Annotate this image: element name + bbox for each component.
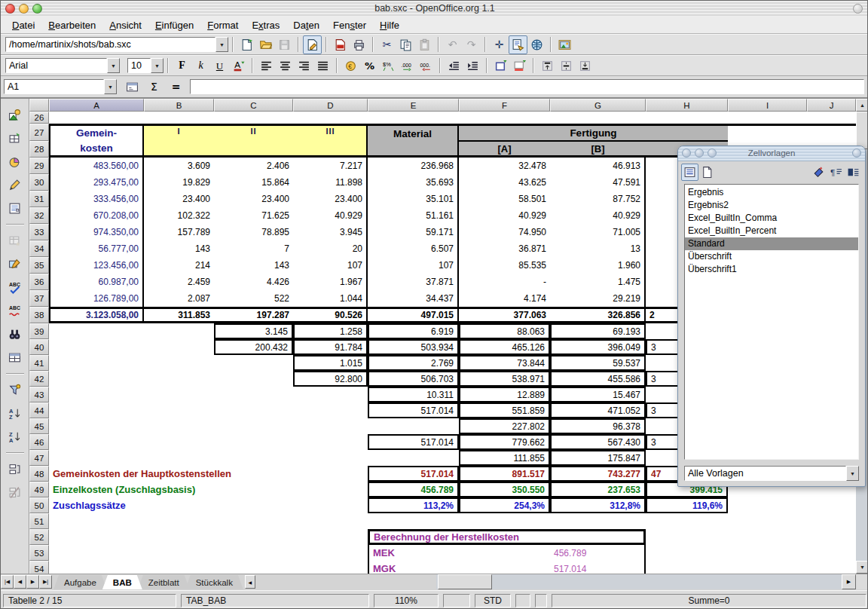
cell-F32[interactable]: 40.929	[459, 207, 550, 224]
function-autopilot-icon[interactable]	[123, 78, 142, 96]
insert-icon[interactable]	[5, 106, 24, 124]
style-item-ergebnis2[interactable]: Ergebnis2	[685, 199, 858, 212]
col-header-C[interactable]: C	[214, 99, 293, 112]
cell-reference-dropdown-icon[interactable]: ▼	[104, 79, 117, 94]
insert-mode-field[interactable]: STD	[475, 594, 511, 607]
cell-G38[interactable]: 326.856	[550, 307, 646, 323]
copy-icon[interactable]	[396, 35, 415, 54]
cell-D32[interactable]: 40.929	[293, 207, 368, 224]
cell-G31[interactable]: 87.752	[550, 191, 646, 207]
col-header-E[interactable]: E	[368, 99, 459, 112]
cell-G47[interactable]: 175.847	[550, 450, 646, 466]
font-size-field[interactable]: 10	[127, 58, 151, 73]
font-color-icon[interactable]: A	[229, 57, 248, 75]
ungroup-icon[interactable]	[5, 483, 24, 502]
cell-A30[interactable]: 293.475,00	[49, 174, 144, 191]
cell-G46[interactable]: 567.430	[550, 434, 646, 450]
url-field[interactable]: /home/martinix/shots/bab.sxc	[5, 37, 215, 52]
row-header-41[interactable]: 41	[29, 355, 49, 371]
cell-A29[interactable]: 483.560,00	[49, 158, 144, 174]
autofilter-icon[interactable]	[5, 381, 24, 399]
menu-datei[interactable]: Datei	[5, 18, 41, 32]
add-decimal-icon[interactable]: .000	[398, 57, 417, 75]
cell-E39[interactable]: 6.919	[368, 323, 459, 339]
cell-A37[interactable]: 126.789,00	[49, 290, 144, 307]
title-bar[interactable]: bab.sxc - OpenOffice.org 1.1	[1, 1, 868, 18]
col-header-B[interactable]: B	[144, 99, 214, 112]
cell-D39[interactable]: 1.258	[293, 323, 368, 339]
row-header-27[interactable]: 27	[29, 124, 49, 141]
open-icon[interactable]	[256, 35, 275, 54]
scroll-up-icon[interactable]: ▲	[856, 99, 868, 112]
fill-format-icon[interactable]	[810, 164, 827, 181]
cell-G45[interactable]: 96.378	[550, 418, 646, 434]
save-icon[interactable]	[275, 35, 294, 54]
sheet-tab-bab[interactable]: BAB	[102, 575, 142, 589]
cell-A49[interactable]: Einzelkosten (Zuschlagsbasis)	[49, 482, 368, 497]
align-justify-icon[interactable]	[313, 57, 332, 75]
cell-styles-icon[interactable]	[681, 164, 698, 181]
style-item-excel_builtin_percent[interactable]: Excel_BuiltIn_Percent	[685, 225, 858, 237]
redo-icon[interactable]: ↷	[462, 35, 481, 54]
cell-F43[interactable]: 12.889	[459, 387, 550, 402]
cell-E35[interactable]: 107	[368, 257, 459, 274]
align-center-vertical-icon[interactable]	[557, 57, 576, 75]
cell-G41[interactable]: 59.537	[550, 355, 646, 371]
spellcheck-icon[interactable]: ABC	[5, 278, 24, 297]
cell-G29[interactable]: 46.913	[550, 158, 646, 174]
cell-F36[interactable]: -	[459, 274, 550, 290]
gallery-icon[interactable]	[555, 35, 574, 54]
row-header-53[interactable]: 53	[29, 545, 49, 561]
cell-F29[interactable]: 32.478	[459, 158, 550, 174]
stylist-dialog[interactable]: Zellvorlagen ¶ ErgebnisErgebnis2Excel_Bu…	[677, 145, 866, 487]
cell-F31[interactable]: 58.501	[459, 191, 550, 207]
select-all-corner[interactable]	[29, 99, 49, 112]
cell-G33[interactable]: 71.005	[550, 224, 646, 240]
formula-input[interactable]	[190, 79, 864, 94]
last-sheet-button[interactable]: ▶|	[39, 575, 52, 589]
cell-F45[interactable]: 227.802	[459, 418, 550, 434]
cell-C40[interactable]: 200.432	[214, 339, 293, 355]
cell-F47[interactable]: 111.855	[459, 450, 550, 466]
row-header-26[interactable]: 26	[29, 112, 49, 124]
cell-G49[interactable]: 237.653	[550, 482, 646, 497]
menu-format[interactable]: Format	[200, 18, 245, 32]
cell-A34[interactable]: 56.777,00	[49, 240, 144, 257]
cell-B29[interactable]: 3.609	[144, 158, 214, 174]
cell-E30[interactable]: 35.693	[368, 174, 459, 191]
cell-A31[interactable]: 333.456,00	[49, 191, 144, 207]
scroll-right-icon[interactable]: ▶	[842, 574, 856, 589]
cell-E44[interactable]: 517.014	[368, 402, 459, 418]
cell-E32[interactable]: 51.161	[368, 207, 459, 224]
cell-D42[interactable]: 92.800	[293, 371, 368, 387]
cell-B36[interactable]: 2.459	[144, 274, 214, 290]
cell-B34[interactable]: 143	[144, 240, 214, 257]
cell-G50[interactable]: 312,8%	[550, 497, 646, 513]
cell-E41[interactable]: 2.769	[368, 355, 459, 371]
cell-D30[interactable]: 11.898	[293, 174, 368, 191]
cell-E48[interactable]: 517.014	[368, 466, 459, 482]
row-header-32[interactable]: 32	[29, 207, 49, 224]
page-styles-icon[interactable]	[698, 164, 716, 181]
cell-D34[interactable]: 20	[293, 240, 368, 257]
cell-B31[interactable]: 23.400	[144, 191, 214, 207]
cell-F48[interactable]: 891.517	[459, 466, 550, 482]
decrease-indent-icon[interactable]	[445, 57, 463, 75]
cell-E49[interactable]: 456.789	[368, 482, 459, 497]
choose-themes-icon[interactable]	[5, 255, 24, 274]
sum-icon[interactable]: Σ	[145, 78, 164, 96]
cell-D37[interactable]: 1.044	[293, 290, 368, 307]
cell-E54[interactable]: MGK	[368, 561, 459, 574]
row-header-46[interactable]: 46	[29, 434, 49, 450]
cell-D38[interactable]: 90.526	[293, 307, 368, 323]
cell-D35[interactable]: 107	[293, 257, 368, 274]
header-material[interactable]: Material	[368, 124, 459, 158]
cell-D41[interactable]: 1.015	[293, 355, 368, 371]
cell-B30[interactable]: 19.829	[144, 174, 214, 191]
cell-G32[interactable]: 40.929	[550, 207, 646, 224]
sheet-tab-stückkalk[interactable]: Stückkalk	[185, 575, 243, 589]
cell-D40[interactable]: 91.784	[293, 339, 368, 355]
currency-icon[interactable]: €	[341, 57, 360, 75]
print-icon[interactable]	[350, 35, 368, 54]
header-gemeinkosten[interactable]: Gemein-kosten	[49, 124, 144, 158]
